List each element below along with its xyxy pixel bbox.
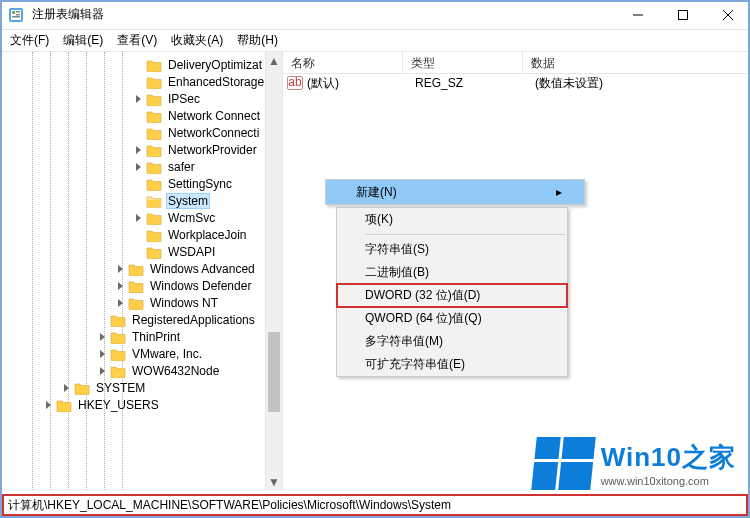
tree-item-label: DeliveryOptimizat xyxy=(166,58,264,72)
expand-icon[interactable] xyxy=(132,246,144,258)
ctx-qword-label: QWORD (64 位)值(Q) xyxy=(365,310,482,327)
col-name[interactable]: 名称 xyxy=(283,52,403,73)
menu-file[interactable]: 文件(F) xyxy=(4,30,55,51)
tree-item[interactable]: DeliveryOptimizat xyxy=(0,56,282,73)
expand-icon[interactable] xyxy=(114,280,126,292)
tree-item[interactable]: SYSTEM xyxy=(0,379,282,396)
titlebar: 注册表编辑器 xyxy=(0,0,750,30)
tree-item-label: HKEY_USERS xyxy=(76,398,161,412)
tree-pane[interactable]: DeliveryOptimizatEnhancedStorageIPSecNet… xyxy=(0,52,283,490)
expand-icon[interactable] xyxy=(114,297,126,309)
expand-icon[interactable] xyxy=(96,314,108,326)
menu-fav[interactable]: 收藏夹(A) xyxy=(165,30,229,51)
expand-icon[interactable] xyxy=(132,212,144,224)
ctx-multistring[interactable]: 多字符串值(M) xyxy=(337,330,567,353)
value-name: (默认) xyxy=(307,75,407,92)
tree-item[interactable]: Windows Advanced xyxy=(0,260,282,277)
ctx-qword[interactable]: QWORD (64 位)值(Q) xyxy=(337,307,567,330)
expand-icon[interactable] xyxy=(60,382,72,394)
list-row[interactable]: (默认) REG_SZ (数值未设置) xyxy=(283,74,750,92)
maximize-button[interactable] xyxy=(660,0,705,30)
expand-icon[interactable] xyxy=(132,144,144,156)
tree-item[interactable]: Network Connect xyxy=(0,107,282,124)
minimize-button[interactable] xyxy=(615,0,660,30)
expand-icon[interactable] xyxy=(132,195,144,207)
folder-icon xyxy=(146,143,162,157)
expand-icon[interactable] xyxy=(132,178,144,190)
tree-item-label: SYSTEM xyxy=(94,381,147,395)
ctx-dword[interactable]: DWORD (32 位)值(D) xyxy=(337,284,567,307)
expand-icon[interactable] xyxy=(114,263,126,275)
folder-icon xyxy=(110,364,126,378)
ctx-key-label: 项(K) xyxy=(365,211,393,228)
tree-item-label: Network Connect xyxy=(166,109,262,123)
tree-item-label: VMware, Inc. xyxy=(130,347,204,361)
ctx-new[interactable]: 新建(N) ▸ xyxy=(326,180,584,204)
expand-icon[interactable] xyxy=(96,348,108,360)
tree-item[interactable]: IPSec xyxy=(0,90,282,107)
tree-item-label: WorkplaceJoin xyxy=(166,228,248,242)
scroll-thumb[interactable] xyxy=(268,332,280,412)
ctx-expandstring[interactable]: 可扩充字符串值(E) xyxy=(337,353,567,376)
tree-item[interactable]: System xyxy=(0,192,282,209)
menu-view[interactable]: 查看(V) xyxy=(111,30,163,51)
new-submenu[interactable]: 项(K) 字符串值(S) 二进制值(B) DWORD (32 位)值(D) QW… xyxy=(336,207,568,377)
ctx-binary-label: 二进制值(B) xyxy=(365,264,429,281)
expand-icon[interactable] xyxy=(132,229,144,241)
windows-logo-icon xyxy=(531,437,596,490)
tree-item-label: WSDAPI xyxy=(166,245,217,259)
col-data[interactable]: 数据 xyxy=(523,52,750,73)
scroll-up-icon[interactable]: ▲ xyxy=(266,52,282,69)
expand-icon[interactable] xyxy=(42,399,54,411)
folder-icon xyxy=(146,75,162,89)
tree-item[interactable]: SettingSync xyxy=(0,175,282,192)
expand-icon[interactable] xyxy=(132,59,144,71)
expand-icon[interactable] xyxy=(132,161,144,173)
close-button[interactable] xyxy=(705,0,750,30)
tree-item[interactable]: Windows Defender xyxy=(0,277,282,294)
tree-item[interactable]: Windows NT xyxy=(0,294,282,311)
tree-item-label: Windows Advanced xyxy=(148,262,257,276)
folder-icon xyxy=(110,313,126,327)
tree-item[interactable]: RegisteredApplications xyxy=(0,311,282,328)
expand-icon[interactable] xyxy=(96,331,108,343)
expand-icon[interactable] xyxy=(132,93,144,105)
watermark-title: Win10之家 xyxy=(601,440,736,475)
expand-icon[interactable] xyxy=(96,365,108,377)
folder-icon xyxy=(146,109,162,123)
tree-item[interactable]: HKEY_USERS xyxy=(0,396,282,413)
col-type[interactable]: 类型 xyxy=(403,52,523,73)
ctx-string[interactable]: 字符串值(S) xyxy=(337,238,567,261)
ctx-binary[interactable]: 二进制值(B) xyxy=(337,261,567,284)
value-type: REG_SZ xyxy=(407,76,527,90)
folder-icon xyxy=(128,279,144,293)
menu-edit[interactable]: 编辑(E) xyxy=(57,30,109,51)
tree-item[interactable]: NetworkConnecti xyxy=(0,124,282,141)
menu-help[interactable]: 帮助(H) xyxy=(231,30,284,51)
watermark: Win10之家 www.win10xitong.com xyxy=(534,437,736,490)
tree-item[interactable]: WOW6432Node xyxy=(0,362,282,379)
expand-icon[interactable] xyxy=(132,76,144,88)
scroll-down-icon[interactable]: ▼ xyxy=(266,473,282,490)
tree-item[interactable]: WSDAPI xyxy=(0,243,282,260)
tree-item[interactable]: WorkplaceJoin xyxy=(0,226,282,243)
menu-separator xyxy=(365,234,565,235)
tree-scrollbar[interactable]: ▲ ▼ xyxy=(265,52,282,490)
context-menu[interactable]: 新建(N) ▸ xyxy=(325,179,585,205)
expand-icon[interactable] xyxy=(132,110,144,122)
tree-item[interactable]: VMware, Inc. xyxy=(0,345,282,362)
folder-icon xyxy=(110,347,126,361)
tree-item-label: Windows NT xyxy=(148,296,220,310)
tree-item[interactable]: safer xyxy=(0,158,282,175)
tree-item[interactable]: WcmSvc xyxy=(0,209,282,226)
tree-item[interactable]: NetworkProvider xyxy=(0,141,282,158)
tree-item-label: ThinPrint xyxy=(130,330,182,344)
folder-icon xyxy=(56,398,72,412)
tree-item[interactable]: EnhancedStorage xyxy=(0,73,282,90)
ctx-key[interactable]: 项(K) xyxy=(337,208,567,231)
app-icon xyxy=(8,7,24,23)
expand-icon[interactable] xyxy=(132,127,144,139)
tree-item-label: EnhancedStorage xyxy=(166,75,266,89)
tree-item[interactable]: ThinPrint xyxy=(0,328,282,345)
ctx-expand-label: 可扩充字符串值(E) xyxy=(365,356,465,373)
